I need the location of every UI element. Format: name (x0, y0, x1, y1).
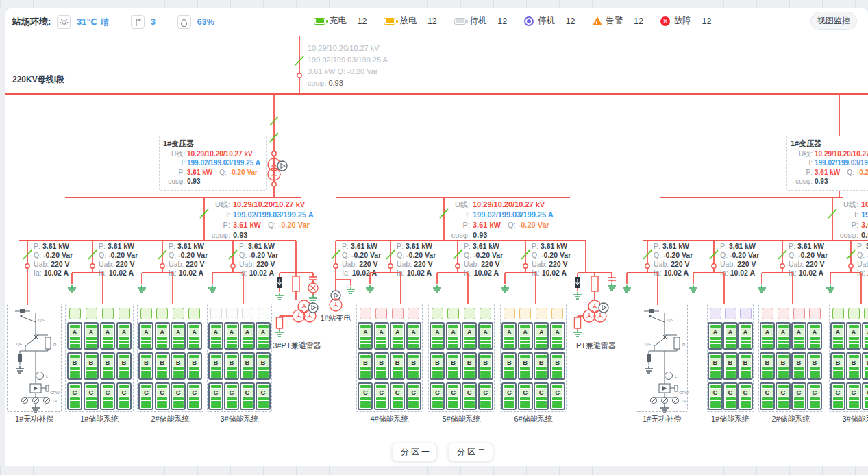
battery-rack-letter: C (227, 389, 237, 396)
battery-rack-letter: C (464, 389, 475, 396)
battery-cell: A (862, 322, 868, 350)
battery-cluster-column: ABC (791, 308, 806, 411)
battery-cell: C (67, 382, 82, 410)
battery-rack-letter: C (103, 389, 113, 396)
battery-cluster-column: ABC (846, 308, 861, 411)
battery-rack-letter: B (408, 358, 419, 366)
pcs-status-square (86, 308, 97, 319)
battery-rack-letter: A (173, 328, 184, 336)
battery-cell: C (760, 382, 775, 410)
battery-rack-letter: A (762, 328, 773, 336)
battery-cell: C (462, 382, 477, 410)
storage-system-box[interactable]: ABCABCABCABC (137, 304, 203, 412)
battery-cluster-column: ABC (776, 308, 791, 411)
battery-rack-letter: C (504, 389, 514, 396)
battery-rack-letter: A (393, 328, 403, 336)
battery-rack-letter: A (157, 328, 167, 336)
pcs-status-square (778, 308, 789, 319)
battery-cell: B (446, 352, 461, 380)
battery-rack-letter: B (480, 358, 491, 366)
battery-rack-letter: A (448, 328, 458, 336)
battery-cell: B (462, 352, 477, 380)
battery-cell: B (760, 352, 775, 380)
battery-rack-letter: B (70, 358, 80, 366)
battery-cell: A (518, 322, 533, 350)
battery-cluster-column: ABC (100, 308, 115, 411)
pcs-status-square (226, 308, 238, 319)
battery-rack-letter: A (480, 328, 491, 336)
pcs-status-square (69, 308, 81, 319)
battery-cell: B (116, 352, 132, 380)
battery-rack-letter: C (762, 389, 773, 396)
battery-rack-letter: B (464, 358, 475, 366)
battery-cell: C (862, 382, 868, 410)
storage-system-box[interactable]: ABCABCABCABC (758, 304, 823, 412)
battery-cluster-column: ABC (518, 308, 533, 411)
storage-system-box[interactable]: ABCABCABCABC (65, 304, 134, 412)
battery-rack-letter: B (227, 358, 237, 366)
battery-cell: A (138, 322, 153, 350)
battery-rack-letter: B (794, 358, 804, 366)
storage-system-box[interactable]: ABCABCABCABC (500, 304, 567, 412)
battery-cell: A (358, 322, 373, 350)
battery-cluster-column: ABC (67, 308, 82, 411)
pcs-status-square (242, 308, 253, 319)
battery-rack-letter: A (70, 328, 80, 336)
battery-cell: A (478, 322, 493, 350)
battery-cell: C (374, 382, 389, 410)
pcs-status-square (480, 308, 491, 319)
battery-cell: B (187, 352, 202, 380)
battery-rack-letter: B (376, 358, 386, 366)
battery-cell: B (171, 352, 186, 380)
battery-cluster-column: ABC (462, 308, 477, 411)
reactive-compensation-box[interactable] (636, 304, 688, 412)
battery-rack-letter: A (103, 328, 113, 336)
battery-cell: C (478, 382, 493, 410)
battery-rack-letter: C (376, 389, 386, 396)
battery-rack-letter: A (726, 328, 736, 336)
ems-monitor-screen: QSQFRLCPWTAQSQFRLCPWTA 站场环境: 31℃晴 3 63% … (0, 0, 868, 475)
storage-system-box[interactable]: ABCABCABC (707, 304, 754, 412)
storage-system-box[interactable]: ABCABCABCABC (829, 304, 868, 412)
battery-cell: B (708, 352, 723, 380)
transformer-info-box: 1#变压器 U线:10.29/10.20/10.27 kV I:199.02/1… (159, 136, 267, 191)
pcs-status-square (519, 308, 531, 319)
storage-system-box[interactable]: ABCABCABCABC (356, 304, 423, 412)
battery-rack-letter: C (408, 389, 419, 396)
pcs-status-square (504, 308, 515, 319)
pcs-status-square (119, 308, 130, 319)
battery-rack-letter: A (794, 328, 804, 336)
battery-rack-letter: A (189, 328, 199, 336)
battery-rack-letter: B (849, 358, 859, 366)
storage-system-box[interactable]: ABCABCABCABC (207, 304, 272, 412)
battery-rack-letter: C (794, 389, 804, 396)
pcs-status-square (551, 308, 563, 319)
pcs-status-square (740, 308, 752, 319)
battery-cell: C (155, 382, 170, 410)
pcs-status-square (188, 308, 200, 319)
battery-rack-letter: B (119, 358, 129, 366)
pcs-status-square (536, 308, 547, 319)
battery-cell: C (256, 382, 271, 410)
battery-cell: C (224, 382, 239, 410)
battery-cell: C (708, 382, 723, 410)
battery-cell: C (138, 382, 153, 410)
battery-cluster-column: ABC (116, 308, 132, 411)
battery-rack-letter: C (258, 389, 269, 396)
battery-cell: B (846, 352, 861, 380)
battery-rack-letter: B (536, 358, 547, 366)
storage-system-box[interactable]: ABCABCABCABC (428, 304, 495, 412)
battery-rack-letter: B (448, 358, 458, 366)
battery-cell: A (534, 322, 549, 350)
pcs-status-square (447, 308, 459, 319)
pcs-status-square (464, 308, 475, 319)
battery-rack-letter: A (376, 328, 386, 336)
pcs-status-square (210, 308, 222, 319)
battery-cell: C (208, 382, 223, 410)
battery-rack-letter: B (189, 358, 199, 366)
battery-cell: B (534, 352, 549, 380)
battery-cell: B (738, 352, 753, 380)
battery-rack-letter: C (432, 389, 443, 396)
battery-cell: A (187, 322, 202, 350)
reactive-compensation-box[interactable] (7, 304, 62, 412)
